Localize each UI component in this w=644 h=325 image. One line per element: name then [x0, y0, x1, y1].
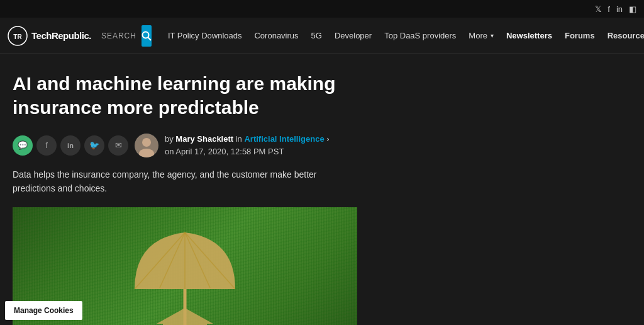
- comment-icon: 💬: [18, 140, 28, 150]
- nav-newsletters[interactable]: Newsletters: [500, 18, 558, 54]
- comment-share-button[interactable]: 💬: [13, 135, 33, 156]
- search-button[interactable]: [142, 25, 152, 47]
- search-icon: [142, 31, 152, 41]
- linkedin-share-button[interactable]: in: [60, 135, 80, 156]
- search-label: SEARCH: [101, 31, 136, 40]
- email-icon: ✉: [115, 140, 122, 150]
- article-area: AI and machine learning are making insur…: [0, 54, 428, 325]
- nav-coronavirus[interactable]: Coronavirus: [248, 18, 304, 54]
- nav-forums[interactable]: Forums: [558, 18, 601, 54]
- facebook-icon: f: [45, 140, 48, 150]
- article-title: AI and machine learning are making insur…: [13, 72, 415, 119]
- topic-link[interactable]: Artificial Intelligence: [244, 134, 324, 144]
- date-prefix: on: [165, 147, 175, 156]
- author-by: by: [165, 134, 175, 144]
- svg-marker-14: [157, 308, 213, 324]
- cookie-banner[interactable]: Manage Cookies: [5, 301, 82, 320]
- author-in: in: [236, 134, 245, 144]
- author-info: by Mary Shacklett in Artificial Intellig…: [165, 133, 330, 157]
- author-name[interactable]: Mary Shacklett: [175, 134, 233, 144]
- topic-arrow: ›: [326, 134, 329, 144]
- nav-it-policy[interactable]: IT Policy Downloads: [162, 18, 248, 54]
- email-share-button[interactable]: ✉: [108, 135, 128, 156]
- nav-resource-library[interactable]: Resource Library: [601, 18, 644, 54]
- cookie-label: Manage Cookies: [14, 306, 74, 315]
- author-row: 💬 f in 🐦 ✉ by Ma: [13, 133, 415, 157]
- nav-more[interactable]: More ▾: [462, 18, 500, 54]
- chevron-down-icon: ▾: [491, 32, 494, 39]
- svg-point-2: [142, 31, 148, 38]
- nav-daas[interactable]: Top DaaS providers: [378, 18, 462, 54]
- svg-point-5: [142, 138, 151, 147]
- umbrella-illustration: [116, 214, 254, 325]
- avatar: [135, 134, 158, 157]
- share-icons: 💬 f in 🐦 ✉: [13, 135, 128, 156]
- logo-icon: TR: [8, 26, 28, 46]
- twitter-icon: 🐦: [89, 140, 99, 150]
- svg-line-3: [148, 37, 151, 40]
- article-date: on April 17, 2020, 12:58 PM PST: [165, 145, 330, 158]
- header: TR TechRepublic. SEARCH IT Policy Downlo…: [0, 18, 644, 54]
- nav-5g[interactable]: 5G: [305, 18, 328, 54]
- twitter-share-button[interactable]: 🐦: [84, 135, 104, 156]
- logo[interactable]: TR TechRepublic.: [8, 26, 91, 46]
- flipboard-top-icon[interactable]: ◧: [629, 4, 636, 14]
- article-summary: Data helps the insurance company, the ag…: [13, 168, 358, 196]
- top-social-bar: 𝕏 f in ◧: [0, 0, 644, 18]
- logo-text: TechRepublic.: [31, 30, 91, 41]
- svg-text:TR: TR: [13, 33, 22, 40]
- facebook-share-button[interactable]: f: [36, 135, 57, 156]
- facebook-top-icon[interactable]: f: [608, 4, 610, 14]
- date-value: April 17, 2020, 12:58 PM PST: [175, 147, 284, 156]
- twitter-top-icon[interactable]: 𝕏: [595, 4, 601, 14]
- main-nav: IT Policy Downloads Coronavirus 5G Devel…: [162, 18, 500, 54]
- linkedin-top-icon[interactable]: in: [616, 4, 623, 14]
- nav-right: Newsletters Forums Resource Library TR P…: [500, 18, 644, 54]
- nav-developer[interactable]: Developer: [328, 18, 378, 54]
- linkedin-icon: in: [67, 142, 74, 149]
- author-avatar-image: [135, 134, 158, 157]
